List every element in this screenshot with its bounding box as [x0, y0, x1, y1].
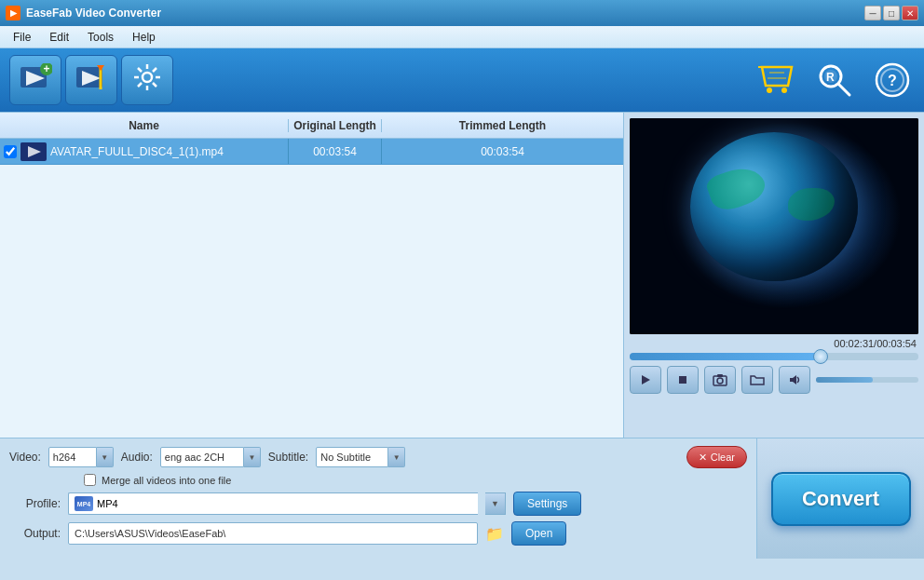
clear-button[interactable]: ✕ Clear [686, 446, 747, 468]
output-path-input[interactable] [68, 522, 478, 545]
svg-point-19 [781, 88, 787, 93]
volume-slider[interactable] [816, 377, 918, 383]
profile-value: MP4 [97, 498, 118, 509]
mp4-icon: MP4 [75, 496, 93, 511]
video-select-wrap: ▼ [48, 447, 114, 467]
subtitle-select-wrap: ▼ [316, 447, 405, 467]
profile-label: Profile: [9, 497, 61, 510]
play-button[interactable] [630, 366, 661, 394]
profile-row: Profile: MP4 MP4 ▼ Settings [9, 492, 747, 516]
merge-row: Merge all videos into one file [9, 474, 747, 486]
menu-file[interactable]: File [4, 29, 40, 46]
video-label: Video: [9, 451, 41, 464]
preview-area: 00:02:31/00:03:54 [624, 113, 924, 438]
svg-point-18 [767, 88, 772, 93]
audio-select-wrap: ▼ [160, 447, 261, 467]
profile-dropdown-btn[interactable]: ▼ [485, 492, 506, 515]
audio-select[interactable] [160, 447, 244, 467]
cart-button[interactable] [754, 58, 799, 102]
video-time-display: 00:02:31/00:03:54 [630, 338, 918, 349]
title-bar-left: ▶ EaseFab Video Converter [6, 6, 161, 20]
svg-marker-32 [642, 375, 650, 384]
progress-bar[interactable] [630, 353, 918, 360]
title-bar: ▶ EaseFab Video Converter ─ □ ✕ [0, 0, 924, 26]
svg-marker-17 [762, 67, 792, 86]
file-list: AVATAR_FUULL_DISC4_1(1).mp4 00:03:54 00:… [0, 139, 623, 438]
toolbar-right: R ? [754, 58, 915, 102]
video-preview [630, 118, 918, 334]
merge-label: Merge all videos into one file [102, 475, 231, 486]
app-title: EaseFab Video Converter [26, 7, 161, 20]
output-row: Output: 📁 Open [9, 521, 747, 546]
svg-line-13 [138, 68, 142, 72]
progress-thumb[interactable] [813, 349, 828, 364]
minimize-button[interactable]: ─ [864, 6, 881, 20]
volume-fill [816, 377, 873, 383]
add-video-icon: + [19, 63, 52, 97]
file-list-area: Name Original Length Trimmed Length AVAT… [0, 113, 624, 438]
merge-checkbox[interactable] [84, 474, 96, 486]
menu-tools[interactable]: Tools [78, 29, 123, 46]
screenshot-button[interactable] [704, 366, 736, 394]
toolbar-left: + [9, 55, 173, 105]
folder-button[interactable] [741, 366, 773, 394]
file-cell-original-length: 00:03:54 [289, 139, 382, 164]
file-cell-trimmed-length: 00:03:54 [382, 139, 623, 164]
subtitle-select[interactable] [316, 447, 388, 467]
video-dropdown-btn[interactable]: ▼ [97, 447, 114, 467]
toolbar: + [0, 48, 924, 112]
edit-video-button[interactable] [65, 55, 117, 105]
folder-icon: 📁 [485, 525, 504, 543]
title-controls: ─ □ ✕ [864, 6, 918, 20]
svg-marker-37 [790, 375, 796, 384]
profile-input-display: MP4 MP4 [68, 492, 478, 515]
output-label: Output: [9, 527, 61, 540]
subtitle-dropdown-btn[interactable]: ▼ [388, 447, 405, 467]
svg-text:R: R [826, 71, 835, 84]
app-icon: ▶ [6, 6, 20, 20]
audio-dropdown-btn[interactable]: ▼ [244, 447, 261, 467]
video-audio-subtitle-row: Video: ▼ Audio: ▼ Subtitle: ▼ ✕ Clear [9, 446, 747, 468]
svg-rect-33 [679, 376, 686, 384]
progress-bar-fill [630, 353, 821, 360]
svg-point-8 [143, 73, 152, 82]
column-trimmed-length: Trimmed Length [382, 119, 623, 132]
video-select[interactable] [48, 447, 97, 467]
volume-button[interactable] [779, 366, 810, 394]
settings-toolbar-button[interactable] [121, 55, 173, 105]
column-name: Name [0, 119, 289, 132]
clear-icon: ✕ [699, 452, 707, 464]
svg-line-15 [153, 68, 156, 72]
open-button[interactable]: Open [511, 521, 566, 546]
table-row[interactable]: AVATAR_FUULL_DISC4_1(1).mp4 00:03:54 00:… [0, 139, 623, 165]
menu-help[interactable]: Help [123, 29, 165, 46]
earth-visualization [690, 132, 858, 281]
menu-edit[interactable]: Edit [40, 29, 78, 46]
svg-line-14 [153, 83, 156, 87]
file-checkbox[interactable] [4, 145, 17, 158]
column-original-length: Original Length [289, 119, 382, 132]
svg-rect-36 [717, 374, 723, 377]
svg-text:+: + [43, 63, 49, 75]
add-video-button[interactable]: + [9, 55, 61, 105]
bottom-section: Video: ▼ Audio: ▼ Subtitle: ▼ ✕ Clear [0, 438, 924, 559]
audio-label: Audio: [121, 451, 153, 464]
convert-button[interactable]: Convert [771, 472, 911, 526]
svg-line-24 [838, 84, 849, 95]
search-button[interactable]: R [812, 58, 857, 102]
svg-line-16 [138, 83, 142, 87]
svg-point-35 [717, 378, 723, 384]
settings-button[interactable]: Settings [513, 492, 581, 516]
file-cell-name: AVATAR_FUULL_DISC4_1(1).mp4 [0, 139, 289, 164]
stop-button[interactable] [667, 366, 699, 394]
video-frame [630, 118, 918, 334]
menu-bar: File Edit Tools Help [0, 26, 924, 48]
help-button[interactable]: ? [870, 58, 915, 102]
maximize-button[interactable]: □ [883, 6, 900, 20]
player-controls [630, 364, 918, 396]
file-name: AVATAR_FUULL_DISC4_1(1).mp4 [50, 145, 224, 158]
file-thumbnail [20, 142, 47, 161]
close-button[interactable]: ✕ [902, 6, 918, 20]
main-content: Name Original Length Trimmed Length AVAT… [0, 112, 924, 438]
svg-text:?: ? [888, 73, 897, 88]
